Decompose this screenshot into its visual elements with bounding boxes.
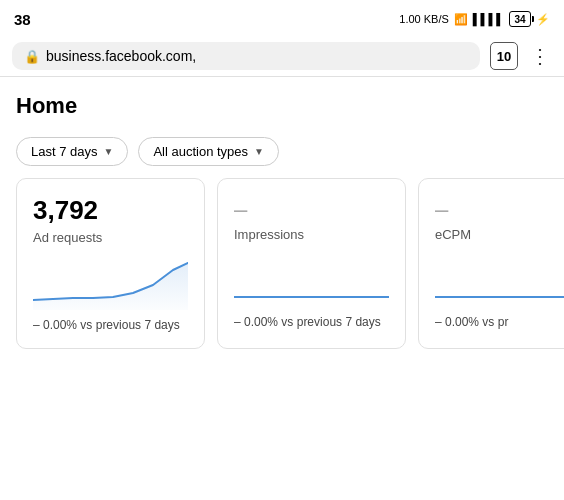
- status-bar: 38 1.00 KB/S 📶 ▌▌▌▌ 34 ⚡: [0, 0, 564, 36]
- auction-type-chevron: ▼: [254, 146, 264, 157]
- url-text: business.facebook.com,: [46, 48, 196, 64]
- ad-requests-card: 3,792 Ad requests – 0.00% vs previous 7 …: [16, 178, 205, 349]
- filter-row: Last 7 days ▼ All auction types ▼: [0, 129, 564, 178]
- lock-icon: 🔒: [24, 49, 40, 64]
- ecpm-value: –: [435, 195, 564, 223]
- browser-menu-button[interactable]: ⋮: [528, 44, 552, 68]
- metrics-cards-row: 3,792 Ad requests – 0.00% vs previous 7 …: [0, 178, 564, 349]
- date-range-label: Last 7 days: [31, 144, 98, 159]
- date-range-filter[interactable]: Last 7 days ▼: [16, 137, 128, 166]
- status-icons: 1.00 KB/S 📶 ▌▌▌▌ 34 ⚡: [399, 11, 550, 27]
- ad-requests-chart: [33, 255, 188, 310]
- svg-marker-0: [33, 263, 188, 310]
- wifi-icon: 📶: [454, 13, 468, 26]
- auction-type-filter[interactable]: All auction types ▼: [138, 137, 279, 166]
- ecpm-chart-svg: [435, 252, 564, 307]
- impressions-chart: [234, 252, 389, 307]
- network-speed: 1.00 KB/S: [399, 13, 449, 25]
- tab-count-button[interactable]: 10: [490, 42, 518, 70]
- battery-indicator: 34: [509, 11, 531, 27]
- url-bar[interactable]: 🔒 business.facebook.com,: [12, 42, 480, 70]
- browser-bar: 🔒 business.facebook.com, 10 ⋮: [0, 36, 564, 77]
- ecpm-card: – eCPM – 0.00% vs pr: [418, 178, 564, 349]
- impressions-chart-svg: [234, 252, 389, 307]
- impressions-card: – Impressions – 0.00% vs previous 7 days: [217, 178, 406, 349]
- page-header: Home: [0, 77, 564, 129]
- ecpm-change: – 0.00% vs pr: [435, 315, 564, 329]
- date-range-chevron: ▼: [104, 146, 114, 157]
- ad-requests-chart-svg: [33, 255, 188, 310]
- ad-requests-label: Ad requests: [33, 230, 188, 245]
- auction-type-label: All auction types: [153, 144, 248, 159]
- impressions-value: –: [234, 195, 389, 223]
- ecpm-label: eCPM: [435, 227, 564, 242]
- status-time: 38: [14, 11, 31, 28]
- charging-icon: ⚡: [536, 13, 550, 26]
- impressions-change: – 0.00% vs previous 7 days: [234, 315, 389, 329]
- ecpm-chart: [435, 252, 564, 307]
- ad-requests-change: – 0.00% vs previous 7 days: [33, 318, 188, 332]
- ad-requests-value: 3,792: [33, 195, 188, 226]
- page-title: Home: [16, 93, 548, 119]
- impressions-label: Impressions: [234, 227, 389, 242]
- signal-icon: ▌▌▌▌: [473, 13, 504, 25]
